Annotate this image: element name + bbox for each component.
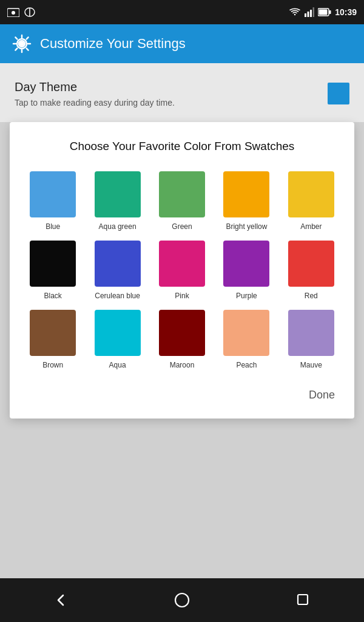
swatch-label-maroon: Maroon: [170, 361, 195, 369]
swatch-label-mauve: Mauve: [300, 361, 322, 369]
android-icon: [24, 7, 35, 17]
swatch-label-bright-yellow: Bright yellow: [226, 222, 267, 231]
swatch-label-cerulean-blue: Cerulean blue: [95, 292, 140, 300]
swatch-item-purple[interactable]: Purple: [218, 241, 275, 300]
svg-rect-6: [310, 10, 312, 17]
swatch-label-red: Red: [305, 292, 318, 300]
swatch-label-green: Green: [172, 222, 192, 231]
swatch-label-aqua-green: Aqua green: [99, 222, 136, 231]
swatch-color-peach: [223, 310, 269, 356]
day-theme-toggle[interactable]: [328, 83, 349, 104]
swatch-item-black[interactable]: Black: [24, 241, 81, 300]
day-theme-section: Day Theme Tap to make reading easy durin…: [0, 63, 364, 122]
swatch-item-green[interactable]: Green: [153, 171, 211, 231]
swatch-color-cerulean-blue: [95, 241, 141, 287]
swatch-item-pink[interactable]: Pink: [153, 241, 211, 300]
swatch-label-amber: Amber: [300, 222, 322, 231]
done-button[interactable]: Done: [304, 386, 340, 404]
swatch-color-pink: [159, 241, 205, 287]
svg-rect-10: [319, 10, 328, 15]
signal-icon: [305, 7, 314, 17]
day-theme-text: Day Theme Tap to make reading easy durin…: [15, 80, 175, 108]
status-time: 10:39: [335, 7, 357, 17]
dialog-title: Choose Your Favorite Color From Swatches: [24, 139, 340, 154]
swatch-color-bright-yellow: [223, 171, 269, 217]
swatch-item-aqua[interactable]: Aqua: [89, 310, 146, 369]
swatch-item-blue[interactable]: Blue: [24, 171, 81, 231]
swatch-item-red[interactable]: Red: [283, 241, 340, 300]
swatch-label-black: Black: [44, 292, 62, 300]
wifi-icon: [289, 7, 301, 17]
day-theme-title: Day Theme: [15, 80, 175, 94]
swatch-color-blue: [30, 171, 76, 217]
status-bar: 10:39: [0, 0, 364, 24]
swatch-color-red: [288, 241, 334, 287]
battery-icon: [318, 8, 331, 16]
color-picker-dialog: Choose Your Favorite Color From Swatches…: [10, 122, 354, 419]
swatches-grid: BlueAqua greenGreenBright yellowAmberBla…: [24, 171, 340, 369]
svg-rect-7: [313, 7, 315, 17]
swatch-label-pink: Pink: [175, 292, 189, 300]
swatch-label-brown: Brown: [42, 361, 63, 369]
swatch-item-maroon[interactable]: Maroon: [153, 310, 211, 369]
recent-apps-button[interactable]: [292, 589, 314, 611]
swatch-label-aqua: Aqua: [109, 361, 126, 369]
back-button[interactable]: [50, 589, 72, 611]
swatch-color-purple: [223, 241, 269, 287]
swatch-color-aqua-green: [95, 171, 141, 217]
swatch-label-peach: Peach: [236, 361, 257, 369]
swatch-item-brown[interactable]: Brown: [24, 310, 81, 369]
status-bar-right: 10:39: [289, 7, 357, 17]
dialog-footer: Done: [24, 386, 340, 404]
swatch-label-blue: Blue: [46, 222, 60, 231]
svg-point-14: [175, 593, 189, 607]
swatch-color-aqua: [95, 310, 141, 356]
swatch-color-amber: [288, 171, 334, 217]
home-button[interactable]: [171, 589, 193, 611]
swatch-label-purple: Purple: [236, 292, 257, 300]
svg-rect-5: [308, 12, 309, 17]
swatch-item-bright-yellow[interactable]: Bright yellow: [218, 171, 275, 231]
swatch-color-green: [159, 171, 205, 217]
gear-icon: [12, 34, 32, 53]
svg-rect-4: [305, 13, 306, 17]
swatch-item-cerulean-blue[interactable]: Cerulean blue: [89, 241, 146, 300]
svg-rect-15: [298, 595, 308, 604]
swatch-color-black: [30, 241, 76, 287]
status-bar-left: [7, 7, 35, 17]
swatch-color-maroon: [159, 310, 205, 356]
swatch-color-mauve: [288, 310, 334, 356]
svg-point-1: [12, 11, 15, 15]
day-theme-subtitle: Tap to make reading easy during day time…: [15, 98, 175, 108]
svg-point-13: [19, 41, 24, 46]
app-bar-title: Customize Your Settings: [40, 36, 186, 52]
swatch-item-mauve[interactable]: Mauve: [283, 310, 340, 369]
app-bar: Customize Your Settings: [0, 24, 364, 63]
svg-rect-9: [329, 10, 331, 14]
swatch-item-aqua-green[interactable]: Aqua green: [89, 171, 146, 231]
bottom-nav: [0, 578, 364, 622]
swatch-color-brown: [30, 310, 76, 356]
screenshot-icon: [7, 7, 19, 17]
swatch-item-amber[interactable]: Amber: [283, 171, 340, 231]
swatch-item-peach[interactable]: Peach: [218, 310, 275, 369]
